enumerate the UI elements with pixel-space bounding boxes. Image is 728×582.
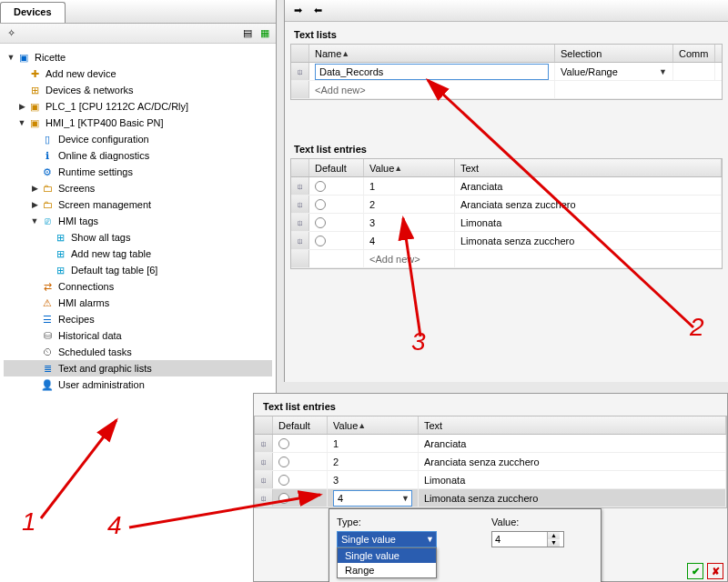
- expand-icon[interactable]: ▼: [16, 118, 27, 127]
- entry-value[interactable]: 2: [328, 453, 419, 470]
- tree-item[interactable]: Default tag table [6]: [71, 265, 157, 276]
- tree-item[interactable]: Device configuration: [58, 134, 149, 145]
- export-icon[interactable]: ➡: [290, 4, 305, 18]
- type-option-single[interactable]: Single value: [338, 548, 436, 563]
- type-dropdown-list[interactable]: Single value Range: [337, 547, 437, 578]
- col-default[interactable]: Default: [273, 416, 328, 434]
- default-radio[interactable]: [278, 457, 289, 467]
- row-handle[interactable]: ⎅: [255, 435, 273, 452]
- col-selection[interactable]: Selection: [555, 45, 673, 62]
- expand-icon[interactable]: ▶: [29, 200, 40, 209]
- entry-value[interactable]: 4▼: [328, 489, 419, 507]
- default-radio[interactable]: [278, 493, 289, 504]
- col-text[interactable]: Text: [455, 159, 722, 176]
- comment-cell[interactable]: [673, 63, 715, 80]
- spin-up[interactable]: ▲: [547, 532, 560, 539]
- entry-row[interactable]: ⎅ 3 Limonata: [255, 471, 726, 489]
- tree-item-text-graphic-lists[interactable]: Text and graphic lists: [58, 363, 152, 374]
- default-radio[interactable]: [278, 438, 289, 449]
- entry-text[interactable]: Aranciata: [419, 435, 726, 452]
- textlist-name-input[interactable]: [315, 64, 549, 80]
- entry-text[interactable]: Limonata senza zucchero: [419, 489, 726, 507]
- default-radio[interactable]: [315, 199, 326, 210]
- entry-row[interactable]: ⎅ 1 Aranciata: [291, 177, 722, 196]
- tree-item[interactable]: Recipes: [58, 314, 95, 325]
- col-comment[interactable]: Comm: [673, 45, 715, 62]
- selection-cell[interactable]: Value/Range: [561, 66, 618, 77]
- entry-value[interactable]: 2: [364, 196, 455, 213]
- import-icon[interactable]: ⬅: [310, 4, 325, 18]
- col-value[interactable]: Value ▲: [364, 159, 455, 176]
- expand-icon[interactable]: ▼: [29, 216, 40, 226]
- add-new-entry[interactable]: <Add new>: [364, 250, 455, 267]
- default-radio[interactable]: [315, 217, 326, 228]
- entry-row[interactable]: ⎅ 4 Limonata senza zucchero: [291, 232, 722, 250]
- add-new-row[interactable]: <Add new>: [309, 81, 555, 98]
- tree-item[interactable]: Runtime settings: [58, 166, 133, 177]
- value-dropdown[interactable]: 4▼: [333, 490, 412, 507]
- tree-item[interactable]: Historical data: [58, 330, 122, 341]
- entry-text[interactable]: Limonata senza zucchero: [455, 232, 722, 249]
- row-handle[interactable]: ⎅: [255, 453, 273, 470]
- chevron-down-icon[interactable]: ▼: [401, 494, 410, 503]
- tab-devices[interactable]: Devices: [0, 2, 66, 23]
- row-handle[interactable]: ⎅: [291, 196, 309, 213]
- entry-text[interactable]: Limonata: [419, 471, 726, 488]
- row-handle[interactable]: ⎅: [291, 177, 309, 195]
- col-text[interactable]: Text: [419, 416, 726, 434]
- bottom-entries-grid[interactable]: Default Value ▲ Text ⎅ 1 Aranciata ⎅ 2 A…: [254, 416, 727, 508]
- tree-item[interactable]: PLC_1 [CPU 1212C AC/DC/Rly]: [46, 101, 188, 112]
- type-dropdown[interactable]: Single value▼: [337, 531, 437, 547]
- row-handle[interactable]: ⎅: [255, 471, 273, 488]
- entry-value[interactable]: 3: [364, 214, 455, 231]
- expand-icon[interactable]: ▼: [5, 53, 16, 62]
- new-item-icon[interactable]: ✧: [4, 26, 18, 41]
- expand-icon[interactable]: ▶: [16, 102, 27, 111]
- project-tree[interactable]: ▼▣Ricette ✚Add new device ⊞Devices & net…: [0, 44, 276, 398]
- chevron-down-icon[interactable]: ▼: [426, 535, 434, 544]
- entries-grid[interactable]: Default Value ▲ Text ⎅ 1 Aranciata ⎅ 2 A…: [290, 158, 723, 269]
- row-handle[interactable]: ⎅: [291, 63, 309, 80]
- tree-item[interactable]: Screens: [58, 183, 95, 194]
- view-list-icon[interactable]: ▤: [240, 26, 255, 41]
- expand-icon[interactable]: ▶: [29, 184, 40, 193]
- text-lists-grid[interactable]: Name ▲ Selection Comm ⎅ Value/Range▼ <Ad…: [290, 44, 723, 100]
- type-option-range[interactable]: Range: [338, 563, 436, 577]
- value-spinner-input[interactable]: [492, 532, 547, 547]
- tree-item[interactable]: HMI alarms: [58, 297, 109, 308]
- chevron-down-icon[interactable]: ▼: [659, 67, 667, 76]
- default-radio[interactable]: [315, 181, 326, 192]
- tree-item[interactable]: Add new device: [46, 68, 116, 79]
- tree-item[interactable]: Show all tags: [71, 232, 130, 243]
- tree-item[interactable]: HMI_1 [KTP400 Basic PN]: [46, 117, 164, 128]
- spin-down[interactable]: ▼: [547, 539, 560, 547]
- entry-text[interactable]: Limonata: [455, 214, 722, 231]
- entry-value[interactable]: 1: [364, 177, 455, 195]
- entry-value[interactable]: 4: [364, 232, 455, 249]
- col-default[interactable]: Default: [309, 159, 364, 176]
- entry-row[interactable]: ⎅ 4▼ Limonata senza zucchero: [255, 489, 726, 507]
- value-spinner[interactable]: ▲▼: [491, 531, 564, 547]
- entry-row[interactable]: ⎅ 2 Aranciata senza zucchero: [291, 196, 722, 214]
- default-radio[interactable]: [315, 236, 326, 246]
- entry-row[interactable]: ⎅ 1 Aranciata: [255, 435, 726, 453]
- ok-button[interactable]: ✔: [687, 563, 703, 579]
- row-handle[interactable]: ⎅: [291, 214, 309, 231]
- col-name[interactable]: Name ▲: [309, 45, 555, 62]
- entry-text[interactable]: Aranciata: [455, 177, 722, 195]
- tree-item[interactable]: Screen management: [58, 199, 151, 210]
- entry-text[interactable]: Aranciata senza zucchero: [419, 453, 726, 470]
- cancel-button[interactable]: ✘: [707, 563, 723, 579]
- view-details-icon[interactable]: ▦: [258, 26, 272, 41]
- default-radio[interactable]: [278, 475, 289, 486]
- tree-root[interactable]: Ricette: [35, 52, 66, 63]
- entry-value[interactable]: 3: [328, 471, 419, 488]
- col-value[interactable]: Value ▲: [328, 416, 419, 434]
- tree-item[interactable]: HMI tags: [58, 216, 98, 226]
- tree-item[interactable]: Add new tag table: [71, 248, 151, 259]
- tree-item[interactable]: Online & diagnostics: [58, 150, 149, 161]
- entry-value[interactable]: 1: [328, 435, 419, 452]
- tree-item[interactable]: Scheduled tasks: [58, 346, 132, 357]
- row-handle[interactable]: ⎅: [255, 489, 273, 507]
- entry-row[interactable]: ⎅ 2 Aranciata senza zucchero: [255, 453, 726, 471]
